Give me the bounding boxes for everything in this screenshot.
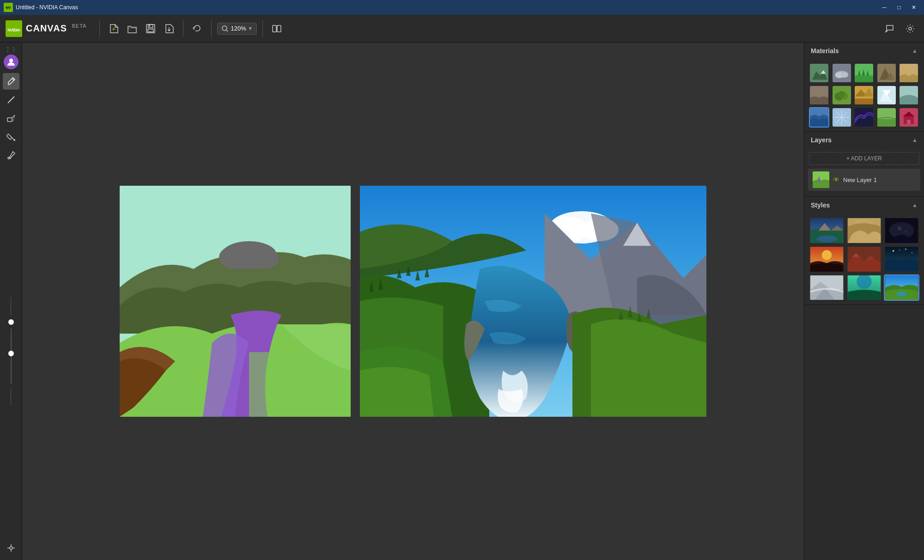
- ai-output-canvas: [360, 186, 706, 417]
- materials-grid: [804, 59, 924, 131]
- left-sidebar: ⋮⋮: [0, 43, 22, 560]
- style-alpine-lake[interactable]: [809, 217, 845, 244]
- brush-tool[interactable]: [3, 73, 19, 90]
- styles-panel: Styles ▲: [804, 197, 924, 305]
- material-dirt[interactable]: [809, 85, 829, 105]
- nvidia-logo-icon: NVIDIA: [6, 20, 22, 37]
- svg-point-56: [816, 236, 837, 242]
- slider-thumb[interactable]: [8, 351, 14, 356]
- brush-size-slider: [8, 165, 14, 538]
- material-tundra[interactable]: [899, 85, 919, 105]
- svg-point-74: [897, 291, 907, 296]
- layers-title: Layers: [811, 136, 832, 144]
- svg-point-14: [8, 157, 10, 159]
- layer-name-label: New Layer 1: [843, 177, 916, 183]
- style-sunset[interactable]: [809, 246, 845, 273]
- material-ice[interactable]: [832, 107, 852, 128]
- layer-thumbnail: [813, 171, 829, 188]
- material-mountains[interactable]: [809, 63, 829, 83]
- material-rock[interactable]: [876, 63, 897, 83]
- title-bar: NV Untitled - NVIDIA Canvas ─ □ ✕: [0, 0, 924, 15]
- materials-title: Materials: [811, 47, 839, 55]
- chat-button[interactable]: [881, 20, 898, 37]
- app-name: CANVAS BETA: [26, 23, 86, 34]
- material-grass[interactable]: [854, 63, 874, 83]
- drawing-surface[interactable]: [120, 186, 351, 417]
- new-file-button[interactable]: [105, 20, 122, 37]
- layers-collapse-btn[interactable]: ▲: [912, 137, 918, 143]
- fill-tool[interactable]: [3, 128, 19, 145]
- material-desert[interactable]: [854, 85, 874, 105]
- drag-handle: ⋮⋮: [5, 46, 17, 53]
- window-title: Untitled - NVIDIA Canvas: [16, 4, 878, 11]
- user-avatar[interactable]: [4, 55, 18, 69]
- svg-point-13: [13, 139, 15, 141]
- svg-point-10: [9, 59, 13, 62]
- toolbar-right: [881, 20, 918, 37]
- materials-collapse-btn[interactable]: ▲: [912, 48, 918, 54]
- export-button[interactable]: [161, 20, 177, 37]
- minimize-button[interactable]: ─: [878, 3, 891, 12]
- svg-rect-5: [149, 25, 150, 27]
- layer-item[interactable]: 👁 New Layer 1: [808, 169, 920, 191]
- svg-point-68: [912, 252, 912, 253]
- materials-header: Materials ▲: [804, 43, 924, 59]
- app-icon: NV: [4, 3, 13, 12]
- material-temple[interactable]: [899, 107, 919, 128]
- svg-rect-30: [855, 75, 873, 82]
- drawing-canvas[interactable]: [120, 186, 351, 417]
- svg-rect-50: [877, 119, 896, 127]
- material-plains[interactable]: [876, 107, 897, 128]
- svg-rect-3: [148, 24, 153, 28]
- settings-button[interactable]: [902, 20, 918, 37]
- save-button[interactable]: [142, 20, 159, 37]
- styles-header: Styles ▲: [804, 197, 924, 213]
- style-green-valley[interactable]: [884, 274, 919, 301]
- window-controls: ─ □ ✕: [878, 3, 920, 12]
- svg-point-63: [822, 250, 832, 260]
- eyedropper-tool[interactable]: [3, 147, 19, 164]
- eraser-tool[interactable]: [3, 110, 19, 127]
- svg-point-15: [10, 547, 12, 549]
- style-dark-cave[interactable]: [884, 217, 919, 244]
- line-tool[interactable]: [3, 91, 19, 108]
- material-clouds[interactable]: [832, 63, 852, 83]
- svg-point-6: [222, 26, 227, 30]
- material-aurora[interactable]: [854, 107, 874, 128]
- layer-visibility-toggle[interactable]: 👁: [833, 176, 839, 183]
- material-sand[interactable]: [899, 63, 919, 83]
- styles-collapse-btn[interactable]: ▲: [912, 202, 918, 208]
- material-water[interactable]: [809, 107, 829, 128]
- close-button[interactable]: ✕: [907, 3, 920, 12]
- style-mountain-mist[interactable]: [809, 274, 845, 301]
- slider-divider-2: [11, 388, 11, 406]
- style-ocean-night[interactable]: [884, 246, 919, 273]
- open-file-button[interactable]: [124, 20, 140, 37]
- material-snow[interactable]: [876, 85, 897, 105]
- pan-tool[interactable]: [3, 540, 19, 556]
- maximize-button[interactable]: □: [893, 3, 906, 12]
- toolbar-divider-3: [211, 20, 212, 37]
- svg-point-61: [904, 230, 907, 233]
- zoom-control[interactable]: 120% ▼: [217, 23, 256, 35]
- style-desert-storm[interactable]: [846, 217, 882, 244]
- slider-divider: [11, 297, 11, 316]
- style-red-rocks[interactable]: [846, 246, 882, 273]
- svg-point-66: [893, 250, 894, 252]
- material-bush[interactable]: [832, 85, 852, 105]
- compare-button[interactable]: [268, 20, 285, 37]
- layers-header: Layers ▲: [804, 132, 924, 148]
- main-content: ⋮⋮: [0, 43, 924, 560]
- slider-top-dot: [8, 319, 14, 325]
- materials-panel: Materials ▲: [804, 43, 924, 132]
- add-layer-button[interactable]: + ADD LAYER: [809, 152, 919, 165]
- svg-point-11: [8, 84, 10, 85]
- slider-track[interactable]: [11, 329, 12, 384]
- style-tropical[interactable]: [846, 274, 882, 301]
- app-logo: NVIDIA CANVAS BETA: [6, 20, 86, 37]
- svg-rect-39: [855, 98, 873, 104]
- toolbar-divider-2: [183, 20, 183, 37]
- styles-title: Styles: [811, 201, 830, 209]
- undo-button[interactable]: [189, 20, 206, 37]
- svg-point-19: [247, 249, 279, 269]
